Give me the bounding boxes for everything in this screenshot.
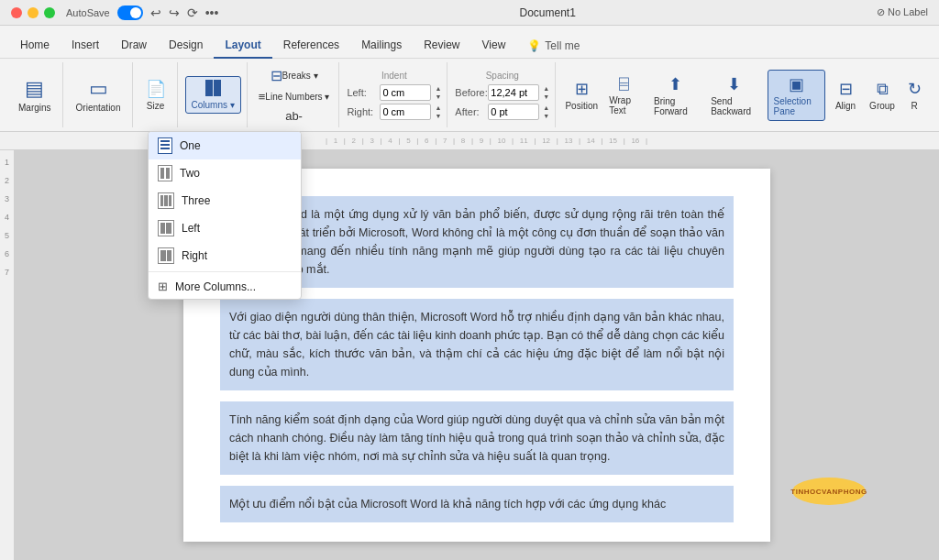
breaks-group: ⊟ Breaks ▾ ≡ Line Numbers ▾ ab- — [249, 62, 340, 127]
line-numbers-label: Line Numbers ▾ — [265, 92, 329, 102]
tab-tell-me[interactable]: 💡 Tell me — [516, 34, 591, 58]
undo-icon[interactable]: ↩ — [150, 5, 161, 20]
columns-right-icon — [158, 247, 174, 264]
columns-left-icon — [158, 220, 174, 236]
wrap-text-button[interactable]: ⌸ Wrap Text — [603, 71, 645, 119]
columns-button[interactable]: Columns ▾ — [185, 76, 241, 114]
columns-two-icon — [158, 165, 172, 181]
columns-left-label: Left — [182, 222, 200, 235]
columns-three-icon — [158, 192, 174, 209]
spacing-after-row: After: ▲▼ — [455, 104, 549, 120]
size-button[interactable]: 📄 Size — [140, 75, 171, 115]
breaks-row: ⊟ Breaks ▾ — [267, 65, 322, 86]
spacing-before-row: Before: ▲▼ — [455, 84, 549, 101]
hyphenation-icon: ab- — [285, 109, 303, 123]
margins-button[interactable]: ▤ Margins — [13, 73, 57, 116]
tab-home[interactable]: Home — [9, 33, 61, 59]
line-numbers-button[interactable]: ≡ Line Numbers ▾ — [255, 88, 334, 105]
spacing-before-spinner[interactable]: ▲▼ — [543, 84, 549, 101]
tab-layout[interactable]: Layout — [214, 33, 271, 59]
columns-three-item[interactable]: Three — [149, 187, 301, 214]
tab-design[interactable]: Design — [158, 33, 214, 59]
selection-pane-label: Selection Pane — [774, 96, 819, 116]
indent-title: Indent — [381, 71, 407, 81]
spacing-after-spinner[interactable]: ▲▼ — [543, 104, 549, 120]
spacing-after-label: After: — [455, 106, 484, 117]
orientation-group: ▭ Orientation — [65, 62, 133, 127]
indent-right-label: Right: — [347, 106, 376, 117]
indent-right-input[interactable] — [380, 104, 431, 120]
columns-group: Columns ▾ — [180, 62, 248, 127]
paragraph-4: Một ưu điểm nổi bật của Microsoft Word l… — [220, 486, 734, 522]
autosave-toggle[interactable] — [117, 5, 143, 20]
spacing-after-input[interactable] — [488, 104, 539, 120]
more-icon[interactable]: ••• — [205, 5, 219, 20]
spin-up-icon[interactable]: ▲ — [435, 84, 441, 93]
spin-up-icon2[interactable]: ▲ — [435, 104, 441, 112]
maximize-button[interactable] — [44, 7, 55, 18]
tab-mailings[interactable]: Mailings — [350, 33, 413, 59]
minimize-button[interactable] — [28, 7, 39, 18]
size-label: Size — [147, 101, 164, 111]
rotate-button[interactable]: ↻ R — [902, 75, 926, 115]
tab-references[interactable]: References — [272, 33, 350, 59]
orientation-icon: ▭ — [89, 77, 108, 101]
columns-two-item[interactable]: Two — [149, 159, 301, 187]
align-button[interactable]: ⊟ Align — [829, 75, 862, 115]
redo-icon[interactable]: ↪ — [169, 5, 180, 20]
hyphenation-button[interactable]: ab- — [282, 107, 306, 125]
indent-left-spinner[interactable]: ▲▼ — [435, 84, 441, 101]
no-label[interactable]: ⊘ No Label — [877, 6, 928, 18]
spacing-before-label: Before: — [455, 87, 484, 98]
indent-right-spinner[interactable]: ▲▼ — [435, 104, 441, 120]
columns-left-item[interactable]: Left — [149, 214, 301, 242]
spin-down-icon3[interactable]: ▼ — [543, 93, 549, 101]
group-icon: ⧉ — [877, 80, 889, 99]
spin-down-icon4[interactable]: ▼ — [543, 112, 549, 120]
close-button[interactable] — [11, 7, 22, 18]
tab-review[interactable]: Review — [413, 33, 470, 59]
columns-three-label: Three — [182, 194, 210, 207]
position-icon: ⊞ — [575, 79, 589, 99]
ruler-num-6: 6 — [5, 249, 9, 258]
columns-one-item[interactable]: One — [149, 132, 301, 159]
spacing-title: Spacing — [486, 71, 519, 81]
spin-down-icon2[interactable]: ▼ — [435, 112, 441, 120]
spacing-group: Spacing Before: ▲▼ After: ▲▼ — [449, 62, 556, 127]
breaks-button[interactable]: ⊟ Breaks ▾ — [267, 65, 322, 86]
paragraph-2: Với giao diện người dùng thân thiện, Mic… — [220, 299, 734, 390]
rotate-icon: ↻ — [908, 79, 922, 99]
hyphenation-row: ab- — [282, 107, 306, 125]
main-area: 1 2 3 4 5 6 7 Microsoft Word là một ứng … — [0, 150, 939, 560]
columns-right-label: Right — [182, 249, 207, 262]
tell-me-label: Tell me — [545, 39, 580, 52]
spin-up-icon3[interactable]: ▲ — [543, 84, 549, 93]
bring-forward-button[interactable]: ⬆ Bring Forward — [648, 71, 701, 120]
lightbulb-icon: 💡 — [527, 39, 541, 52]
indent-left-input[interactable] — [380, 84, 431, 101]
ruler: | 1 | 2 | 3 | 4 | 5 | 6 | 7 | 8 | 9 | 10… — [0, 132, 939, 150]
rotate-label: R — [911, 101, 917, 111]
spacing-before-input[interactable] — [488, 84, 539, 101]
send-backward-button[interactable]: ⬇ Send Backward — [705, 71, 763, 120]
refresh-icon[interactable]: ⟳ — [187, 5, 198, 20]
tab-insert[interactable]: Insert — [61, 33, 110, 59]
line-numbers-icon: ≡ — [259, 90, 266, 104]
position-button[interactable]: ⊞ Position — [563, 75, 600, 115]
columns-right-item[interactable]: Right — [149, 242, 301, 269]
ribbon-tabs: Home Insert Draw Design Layout Reference… — [0, 26, 939, 59]
group-button[interactable]: ⧉ Group — [866, 76, 899, 115]
selection-pane-button[interactable]: ▣ Selection Pane — [768, 70, 825, 121]
wrap-text-icon: ⌸ — [619, 74, 629, 93]
paragraph-3: Tính năng kiểm soát định dạng của Word g… — [220, 401, 734, 475]
orientation-button[interactable]: ▭ Orientation — [71, 73, 127, 116]
columns-dropdown: One Two Three — [148, 131, 302, 300]
spin-down-icon[interactable]: ▼ — [435, 93, 441, 101]
bring-forward-label: Bring Forward — [654, 96, 696, 116]
arrange-group: ⊞ Position ⌸ Wrap Text ⬆ Bring Forward ⬇… — [558, 62, 932, 127]
more-columns-item[interactable]: ⊞ More Columns... — [149, 274, 301, 299]
spin-up-icon4[interactable]: ▲ — [543, 104, 549, 112]
tab-view[interactable]: View — [471, 33, 517, 59]
tab-draw[interactable]: Draw — [110, 33, 158, 59]
ribbon-toolbar: ▤ Margins ▭ Orientation 📄 Size Columns ▾ — [0, 59, 939, 132]
